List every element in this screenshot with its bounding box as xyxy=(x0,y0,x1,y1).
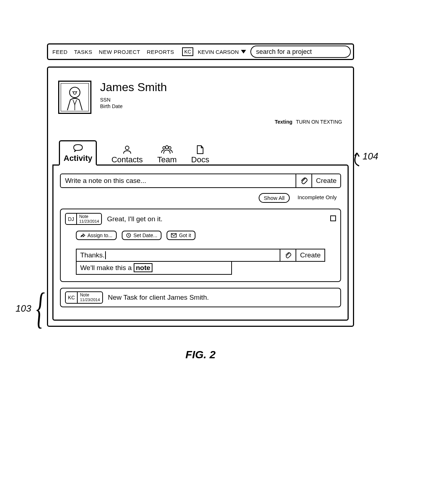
feed-item: KC Note 11/23/2014 New Task for client J… xyxy=(60,288,341,307)
author-initials: DJ xyxy=(66,214,76,224)
author-badge: DJ Note 11/23/2014 xyxy=(65,213,102,225)
callout-104: 104 xyxy=(349,151,378,167)
user-name-label: KEVIN CARSON xyxy=(198,49,238,55)
entry-type-label: Note xyxy=(80,293,100,298)
assign-to-button[interactable]: Assign to... xyxy=(76,231,117,240)
got-it-button[interactable]: Got it xyxy=(167,231,195,240)
svg-point-3 xyxy=(125,146,129,150)
group-icon xyxy=(161,145,173,154)
callout-103: 103 { xyxy=(16,298,49,319)
avatar xyxy=(58,81,91,114)
reply-block: Thanks. Create We'll make this a note xyxy=(76,249,336,275)
feed-text: New Task for client James Smith. xyxy=(108,294,336,301)
profile-header: James Smith SSN Birth Date xyxy=(48,68,353,117)
nav-feed[interactable]: FEED xyxy=(50,49,70,55)
feed-item-action[interactable] xyxy=(330,215,336,223)
avatar-silhouette-icon xyxy=(63,84,87,110)
profile-name: James Smith xyxy=(100,81,167,94)
speech-bubble-icon xyxy=(72,144,84,153)
reply-create-button[interactable]: Create xyxy=(296,249,324,261)
tab-team-label: Team xyxy=(157,155,177,164)
texting-row: Texting TURN ON TEXTING xyxy=(48,117,353,125)
profile-birthdate-label: Birth Date xyxy=(100,103,167,109)
main-panel: James Smith SSN Birth Date Texting TURN … xyxy=(47,67,354,327)
filter-show-all[interactable]: Show All xyxy=(259,193,290,203)
svg-point-0 xyxy=(70,87,80,98)
entry-date: 11/23/2014 xyxy=(79,219,99,223)
author-badge: KC Note 11/23/2014 xyxy=(65,291,103,303)
feed-text: Great, I'll get on it. xyxy=(107,215,325,223)
person-icon xyxy=(122,145,132,154)
nav-tasks[interactable]: TASKS xyxy=(72,49,95,55)
envelope-icon xyxy=(171,233,177,238)
compose-note-input[interactable]: Write a note on this case... xyxy=(61,174,296,187)
svg-point-5 xyxy=(165,146,168,149)
figure-label: FIG. 2 xyxy=(47,348,354,361)
set-date-button[interactable]: Set Date... xyxy=(122,231,161,240)
nav-reports[interactable]: REPORTS xyxy=(145,49,176,55)
tab-docs[interactable]: Docs xyxy=(191,145,209,164)
paperclip-icon xyxy=(285,252,291,259)
tab-activity[interactable]: Activity xyxy=(59,140,97,166)
nav-new-project[interactable]: NEW PROJECT xyxy=(97,49,143,55)
svg-point-4 xyxy=(163,147,165,149)
activity-panel: Write a note on this case... Create Show… xyxy=(52,164,349,321)
compose-note: Write a note on this case... Create xyxy=(60,174,341,188)
reply-compose: Thanks. Create xyxy=(76,249,325,262)
tab-contacts-label: Contacts xyxy=(111,155,143,164)
feed-item: DJ Note 11/23/2014 Great, I'll get on it… xyxy=(60,209,341,282)
tab-activity-label: Activity xyxy=(64,154,92,163)
reply-attach-button[interactable] xyxy=(280,249,296,261)
user-initials-badge[interactable]: KC xyxy=(182,47,193,56)
author-initials: KC xyxy=(66,292,77,303)
turn-on-texting-button[interactable]: TURN ON TEXTING xyxy=(296,119,342,125)
chevron-down-icon xyxy=(241,50,246,54)
search-input[interactable]: search for a project xyxy=(250,46,351,58)
svg-point-1 xyxy=(73,91,74,92)
share-arrow-icon xyxy=(80,233,85,238)
top-navbar: FEED TASKS NEW PROJECT REPORTS KC KEVIN … xyxy=(47,43,354,60)
reply-input[interactable]: Thanks. xyxy=(77,249,280,261)
filter-incomplete-only[interactable]: Incomplete Only xyxy=(293,193,341,203)
filter-row: Show All Incomplete Only xyxy=(60,193,341,203)
document-icon xyxy=(196,145,204,154)
texting-label: Texting xyxy=(275,119,293,125)
autosuggest-highlight: note xyxy=(134,263,152,272)
tab-team[interactable]: Team xyxy=(157,145,177,164)
paperclip-icon xyxy=(300,177,307,185)
create-note-button[interactable]: Create xyxy=(311,174,340,187)
attach-button[interactable] xyxy=(296,174,311,187)
svg-point-6 xyxy=(169,147,171,149)
user-menu[interactable]: KEVIN CARSON xyxy=(195,49,248,55)
tab-contacts[interactable]: Contacts xyxy=(111,145,143,164)
clock-icon xyxy=(126,233,131,238)
entry-type-label: Note xyxy=(79,214,99,219)
entry-date: 11/23/2014 xyxy=(80,298,100,302)
tabs: Activity Contacts Team xyxy=(48,139,353,321)
svg-point-2 xyxy=(76,91,77,92)
checkbox-icon xyxy=(330,215,336,221)
autosuggest-text: We'll make this a xyxy=(80,264,134,271)
profile-ssn-label: SSN xyxy=(100,97,167,103)
autosuggest-dropdown[interactable]: We'll make this a note xyxy=(76,262,232,275)
tab-docs-label: Docs xyxy=(191,155,209,164)
note-actions: Assign to... Set Date... Got it xyxy=(76,231,336,240)
